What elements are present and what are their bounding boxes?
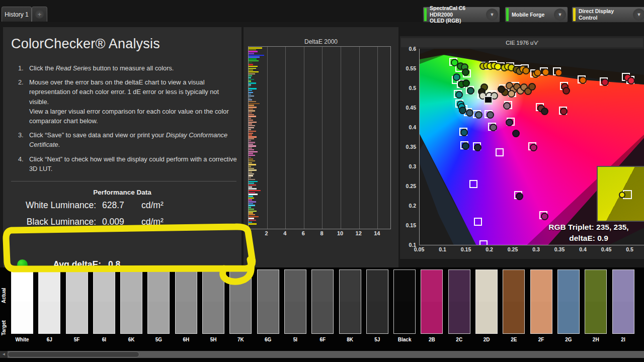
deltae-bar[interactable] bbox=[249, 94, 251, 95]
deltae-bar[interactable] bbox=[249, 99, 252, 101]
deltae-bar[interactable] bbox=[249, 149, 254, 151]
measured-point[interactable] bbox=[506, 119, 513, 126]
scrollbar-thumb[interactable] bbox=[8, 351, 139, 357]
deltae-bar[interactable] bbox=[249, 105, 254, 106]
deltae-bar[interactable] bbox=[249, 153, 253, 154]
meter-dropdown[interactable]: SpectraCal C6 HDR2000 OLED (RGB) ▼ bbox=[423, 7, 500, 23]
target-square[interactable] bbox=[496, 148, 504, 156]
deltae-bar[interactable] bbox=[249, 84, 251, 86]
deltae-bar[interactable] bbox=[249, 68, 256, 69]
measured-point[interactable] bbox=[579, 76, 587, 84]
deltae-chart-plot[interactable] bbox=[248, 46, 391, 229]
deltae-bar[interactable] bbox=[249, 157, 251, 158]
deltae-bar[interactable] bbox=[249, 205, 255, 206]
deltae-bar[interactable] bbox=[249, 77, 251, 78]
deltae-bar[interactable] bbox=[249, 62, 252, 64]
deltae-bar[interactable] bbox=[249, 64, 253, 65]
deltae-bar[interactable] bbox=[249, 90, 252, 92]
deltae-bar[interactable] bbox=[249, 127, 254, 129]
measured-point[interactable] bbox=[459, 107, 466, 114]
deltae-bar[interactable] bbox=[249, 160, 255, 162]
deltae-bar[interactable] bbox=[249, 207, 251, 208]
deltae-bar[interactable] bbox=[249, 98, 251, 99]
deltae-bar[interactable] bbox=[249, 158, 253, 160]
deltae-bar[interactable] bbox=[249, 80, 251, 82]
horizontal-scrollbar[interactable]: ◄ bbox=[0, 351, 644, 358]
measured-point[interactable] bbox=[466, 109, 473, 117]
scroll-left-button[interactable]: ◄ bbox=[0, 351, 8, 358]
deltae-bar[interactable] bbox=[249, 173, 254, 175]
deltae-bar[interactable] bbox=[249, 164, 256, 165]
deltae-bar[interactable] bbox=[249, 194, 258, 195]
deltae-bar[interactable] bbox=[249, 51, 258, 52]
deltae-bar[interactable] bbox=[249, 179, 255, 180]
deltae-bar[interactable] bbox=[249, 187, 252, 188]
measured-point[interactable] bbox=[453, 73, 460, 81]
deltae-bar[interactable] bbox=[249, 185, 256, 186]
deltae-bar[interactable] bbox=[249, 96, 254, 97]
deltae-bar[interactable] bbox=[249, 82, 256, 84]
deltae-bar[interactable] bbox=[249, 201, 256, 203]
deltae-bar[interactable] bbox=[249, 73, 255, 75]
deltae-bar[interactable] bbox=[249, 109, 253, 110]
measured-point[interactable] bbox=[503, 102, 511, 110]
add-tab-button[interactable]: + bbox=[32, 7, 47, 22]
deltae-bar[interactable] bbox=[249, 88, 257, 89]
deltae-bar[interactable] bbox=[249, 69, 253, 71]
chevron-down-icon[interactable]: ▼ bbox=[554, 9, 566, 21]
deltae-bar[interactable] bbox=[249, 168, 254, 169]
deltae-bar[interactable] bbox=[249, 220, 256, 221]
deltae-bar[interactable] bbox=[249, 122, 257, 123]
deltae-bar[interactable] bbox=[249, 58, 257, 60]
deltae-bar[interactable] bbox=[249, 140, 251, 141]
measured-point[interactable] bbox=[474, 144, 481, 151]
source-dropdown[interactable]: Mobile Forge ▼ bbox=[505, 7, 568, 23]
deltae-bar[interactable] bbox=[249, 188, 257, 190]
deltae-bar[interactable] bbox=[249, 183, 254, 184]
chevron-down-icon[interactable]: ▼ bbox=[633, 9, 644, 21]
chevron-down-icon[interactable]: ▼ bbox=[486, 9, 498, 21]
measured-point[interactable] bbox=[490, 124, 497, 131]
deltae-bar[interactable] bbox=[249, 71, 259, 73]
deltae-bars[interactable] bbox=[249, 47, 390, 228]
measured-point[interactable] bbox=[530, 144, 537, 151]
deltae-bar[interactable] bbox=[249, 101, 256, 103]
deltae-bar[interactable] bbox=[249, 118, 251, 119]
measured-point[interactable] bbox=[487, 111, 494, 119]
deltae-bar[interactable] bbox=[249, 198, 254, 199]
deltae-bar[interactable] bbox=[249, 56, 260, 58]
deltae-bar[interactable] bbox=[249, 92, 253, 94]
deltae-bar[interactable] bbox=[249, 169, 257, 171]
target-square[interactable] bbox=[479, 240, 488, 245]
deltae-bar[interactable] bbox=[249, 66, 258, 67]
deltae-bar[interactable] bbox=[249, 214, 255, 216]
deltae-bar[interactable] bbox=[249, 110, 255, 112]
deltae-bar[interactable] bbox=[249, 175, 253, 176]
deltae-bar[interactable] bbox=[249, 181, 258, 183]
deltae-bar[interactable] bbox=[249, 138, 254, 140]
deltae-bar[interactable] bbox=[249, 86, 251, 87]
deltae-bar[interactable] bbox=[249, 162, 252, 164]
deltae-bar[interactable] bbox=[249, 79, 254, 80]
deltae-bar[interactable] bbox=[249, 60, 259, 62]
deltae-bar[interactable] bbox=[249, 144, 253, 145]
deltae-bar[interactable] bbox=[249, 53, 254, 54]
deltae-bar[interactable] bbox=[249, 55, 264, 56]
deltae-bar[interactable] bbox=[249, 199, 252, 201]
deltae-bar[interactable] bbox=[249, 145, 256, 147]
deltae-bar[interactable] bbox=[249, 75, 252, 76]
display-control-dropdown[interactable]: Direct Display Control ▼ bbox=[572, 7, 644, 23]
deltae-bar[interactable] bbox=[249, 212, 253, 214]
deltae-bar[interactable] bbox=[249, 114, 254, 116]
deltae-bar[interactable] bbox=[249, 133, 253, 134]
deltae-bar[interactable] bbox=[249, 222, 252, 223]
deltae-bar[interactable] bbox=[249, 177, 251, 178]
deltae-bar[interactable] bbox=[249, 218, 254, 219]
deltae-bar[interactable] bbox=[249, 107, 257, 108]
target-square[interactable] bbox=[469, 180, 477, 188]
deltae-bar[interactable] bbox=[249, 131, 256, 132]
deltae-bar[interactable] bbox=[249, 190, 261, 192]
deltae-bar[interactable] bbox=[249, 47, 262, 49]
deltae-bar[interactable] bbox=[249, 155, 255, 156]
deltae-bar[interactable] bbox=[249, 192, 255, 194]
